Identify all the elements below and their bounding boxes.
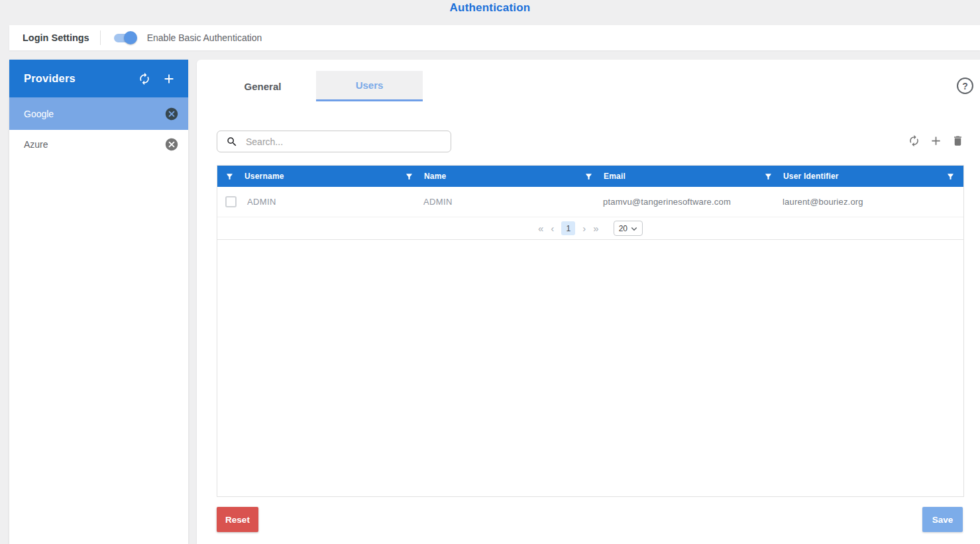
remove-provider-button[interactable] xyxy=(164,137,179,152)
tab-bar: General Users xyxy=(209,71,423,101)
refresh-users-button[interactable] xyxy=(908,135,920,147)
tab-users[interactable]: Users xyxy=(316,71,423,101)
providers-refresh-button[interactable] xyxy=(138,72,151,85)
delete-users-button[interactable] xyxy=(952,135,964,147)
basic-auth-toggle-label: Enable Basic Authentication xyxy=(147,32,262,43)
question-icon: ? xyxy=(962,81,968,91)
add-user-button[interactable] xyxy=(929,134,943,148)
login-settings-label: Login Settings xyxy=(23,32,89,43)
column-label: Email xyxy=(604,172,626,181)
page-size-value: 20 xyxy=(619,224,627,233)
users-table: Username Name Email User Identifier xyxy=(217,165,964,497)
search-box xyxy=(217,131,451,152)
provider-item-google[interactable]: Google xyxy=(9,97,188,130)
trash-icon xyxy=(952,135,964,147)
search-icon xyxy=(226,136,238,148)
sync-icon xyxy=(908,135,920,147)
column-header-user-identifier: User Identifier xyxy=(756,166,937,187)
sync-icon xyxy=(138,72,151,85)
cell-username: ADMIN xyxy=(217,187,397,217)
plus-icon xyxy=(929,134,943,148)
first-page-button[interactable]: « xyxy=(538,223,543,233)
page-number-button[interactable]: 1 xyxy=(561,221,575,235)
filter-icon[interactable] xyxy=(764,172,773,181)
page-title: Authentication xyxy=(0,0,980,25)
providers-header: Providers xyxy=(9,60,188,97)
login-settings-bar: Login Settings Enable Basic Authenticati… xyxy=(9,25,980,50)
filter-icon[interactable] xyxy=(225,172,234,181)
cell-name: ADMIN xyxy=(397,187,576,217)
filter-icon[interactable] xyxy=(405,172,413,181)
provider-item-azure[interactable]: Azure xyxy=(9,130,188,159)
email-value: ptamvu@tangerinesoftware.com xyxy=(603,197,731,207)
providers-sidebar: Providers Google Azure xyxy=(9,60,188,544)
providers-title: Providers xyxy=(24,72,127,85)
column-header-trailing xyxy=(937,166,963,187)
prev-page-button[interactable]: ‹ xyxy=(551,223,554,233)
table-header: Username Name Email User Identifier xyxy=(217,166,963,187)
provider-label: Azure xyxy=(24,139,164,150)
table-row[interactable]: ADMIN ADMIN ptamvu@tangerinesoftware.com… xyxy=(217,187,963,217)
column-header-email: Email xyxy=(576,166,756,187)
circle-x-icon xyxy=(164,137,179,152)
column-label: User Identifier xyxy=(783,172,839,181)
add-provider-button[interactable] xyxy=(162,72,176,86)
pagination: « ‹ 1 › » 20 xyxy=(217,217,963,240)
filter-icon[interactable] xyxy=(584,172,593,181)
column-label: Name xyxy=(424,172,446,181)
page-size-select[interactable]: 20 xyxy=(614,221,643,236)
column-header-username: Username xyxy=(217,166,397,187)
save-button[interactable]: Save xyxy=(922,507,963,532)
filter-icon[interactable] xyxy=(946,172,955,181)
main-panel: General Users ? xyxy=(197,60,980,544)
last-page-button[interactable]: » xyxy=(593,223,598,233)
column-label: Username xyxy=(245,172,284,181)
row-checkbox[interactable] xyxy=(225,196,237,207)
name-value: ADMIN xyxy=(423,197,453,207)
help-button[interactable]: ? xyxy=(957,78,973,94)
remove-provider-button[interactable] xyxy=(164,107,179,121)
cell-user-identifier: laurent@bouriez.org xyxy=(756,187,963,217)
column-header-name: Name xyxy=(397,166,576,187)
plus-icon xyxy=(162,72,176,86)
basic-auth-toggle[interactable] xyxy=(113,31,137,44)
users-toolbar xyxy=(908,134,964,148)
circle-x-icon xyxy=(164,107,179,121)
tab-general[interactable]: General xyxy=(209,71,316,101)
username-value: ADMIN xyxy=(247,197,276,207)
chevron-down-icon xyxy=(628,223,640,235)
divider xyxy=(100,30,101,45)
reset-button[interactable]: Reset xyxy=(217,507,258,532)
next-page-button[interactable]: › xyxy=(582,223,586,233)
toggle-thumb xyxy=(124,31,137,44)
search-input[interactable] xyxy=(246,131,451,152)
user-identifier-value: laurent@bouriez.org xyxy=(783,197,863,207)
provider-label: Google xyxy=(24,109,164,119)
cell-email: ptamvu@tangerinesoftware.com xyxy=(576,187,756,217)
